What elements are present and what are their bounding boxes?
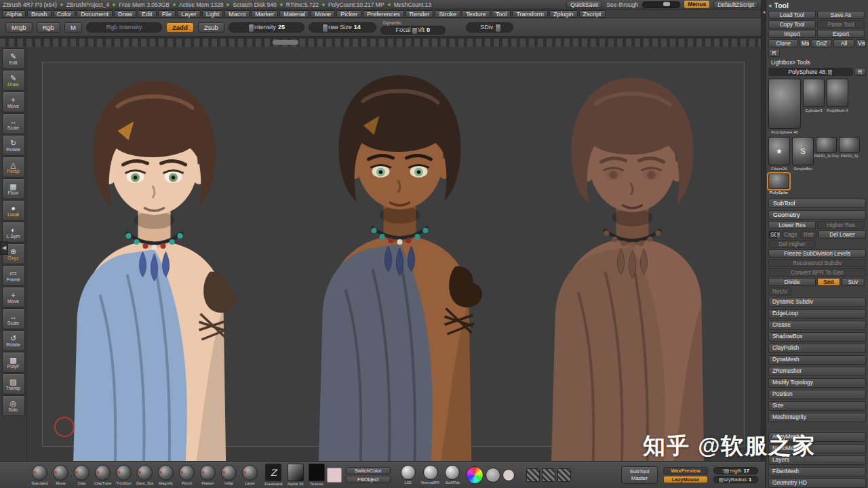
- brush-button[interactable]: Standard: [30, 464, 50, 487]
- tool-button[interactable]: Copy Tool: [768, 20, 816, 28]
- menu-item[interactable]: Render: [406, 10, 434, 18]
- geometry-button[interactable]: Del Lower: [818, 230, 866, 239]
- zadd-button[interactable]: Zadd: [166, 22, 194, 33]
- subsection-header[interactable]: EdgeLoop: [768, 309, 866, 319]
- material-selector[interactable]: SoftFlat: [445, 465, 460, 485]
- left-tool-button[interactable]: ▨ Transp: [2, 373, 25, 394]
- geometry-button[interactable]: Smt: [817, 278, 840, 286]
- left-tool-button[interactable]: ◐ L.Sym: [2, 222, 25, 243]
- geometry-button[interactable]: Rstr: [800, 230, 817, 239]
- menu-item[interactable]: Picker: [336, 10, 361, 18]
- menus-toggle[interactable]: Menus: [684, 1, 709, 8]
- slider-handle[interactable]: [322, 24, 328, 33]
- subsection-header[interactable]: ShadowBox: [768, 332, 866, 342]
- menu-item[interactable]: Marker: [251, 10, 278, 18]
- tool-button[interactable]: Export: [817, 30, 865, 38]
- menu-item[interactable]: File: [158, 10, 176, 18]
- tray-scroll-handle[interactable]: [273, 40, 298, 45]
- menu-item[interactable]: Tool: [492, 10, 511, 18]
- tool-button[interactable]: R: [854, 68, 866, 76]
- left-tool-button[interactable]: ▭ Frame: [2, 265, 25, 286]
- tool-thumbnail[interactable]: S SimpleBru: [792, 137, 814, 165]
- tool-button[interactable]: Load Tool: [768, 11, 816, 19]
- slider-handle[interactable]: [495, 24, 501, 33]
- subsection-header[interactable]: ClayPolish: [768, 344, 866, 353]
- see-through-slider[interactable]: [642, 1, 680, 8]
- left-tool-button[interactable]: ◎ Solo: [2, 395, 25, 416]
- brush-button[interactable]: Flatten: [198, 464, 218, 487]
- slider-handle[interactable]: [724, 468, 730, 474]
- left-tool-button[interactable]: + Move: [2, 92, 25, 113]
- left-tool-button[interactable]: ↻ Rotate: [2, 135, 25, 156]
- left-tool-button[interactable]: ✎ Draw: [2, 70, 25, 91]
- menu-item[interactable]: Layer: [177, 10, 201, 18]
- subsection-header[interactable]: DynaMesh: [768, 355, 866, 365]
- brush-button[interactable]: Layer: [240, 464, 260, 487]
- geometry-section-header[interactable]: Geometry: [768, 210, 866, 220]
- tool-button[interactable]: Import: [768, 30, 816, 38]
- geometry-button[interactable]: Suv: [842, 278, 865, 286]
- menu-item[interactable]: Zplugin: [549, 10, 578, 18]
- zsub-button[interactable]: Zsub: [198, 22, 224, 33]
- subtool-section-header[interactable]: SubTool: [768, 199, 866, 208]
- tool-button[interactable]: Paste Tool: [817, 20, 865, 28]
- tool-button[interactable]: Make PolyMesh3D: [800, 39, 810, 47]
- menu-item[interactable]: Light: [202, 10, 224, 18]
- tool-button[interactable]: GoZ: [811, 39, 832, 47]
- current-color-swatch[interactable]: [327, 468, 342, 483]
- wax-preview-button[interactable]: WaxPreview: [663, 467, 708, 474]
- menu-item[interactable]: Macro: [224, 10, 250, 18]
- menu-item[interactable]: Zscript: [579, 10, 606, 18]
- rgb-intensity-slider[interactable]: Rgb Intensity: [86, 22, 162, 33]
- subsection-header[interactable]: MeshIntegrity: [768, 413, 866, 422]
- left-tool-button[interactable]: ↔ Scale: [2, 308, 25, 329]
- sculpt-canvas[interactable]: [27, 47, 761, 461]
- left-tool-button[interactable]: △ Persp: [2, 157, 25, 178]
- slider-handle[interactable]: [776, 232, 781, 239]
- left-tool-button[interactable]: ▩ PolyF: [2, 352, 25, 373]
- brush-button[interactable]: ClayTube: [93, 464, 113, 487]
- tool-button[interactable]: Clone: [768, 39, 798, 47]
- geometry-button[interactable]: Del Higher: [768, 240, 816, 248]
- tool-button[interactable]: All: [833, 39, 854, 47]
- default-zscript-button[interactable]: DefaultZScript: [713, 1, 758, 8]
- brush-button[interactable]: Clay: [72, 464, 92, 487]
- tool-button[interactable]: Save As: [817, 11, 865, 19]
- geometry-button[interactable]: Freeze SubDivision Levels: [768, 249, 866, 258]
- tool-thumbnail[interactable]: Cylinder3: [803, 79, 825, 107]
- menu-item[interactable]: Alpha: [2, 10, 26, 18]
- geometry-button[interactable]: Divide: [768, 278, 816, 286]
- focal-shift-slider[interactable]: Focal Shift0: [380, 26, 446, 35]
- menu-item[interactable]: Document: [77, 10, 113, 18]
- subsection-header[interactable]: Position: [768, 390, 866, 399]
- geometry-button[interactable]: SDiv 5: [768, 230, 781, 239]
- menu-item[interactable]: Movie: [311, 10, 335, 18]
- strength-slider[interactable]: Strength17: [713, 467, 758, 474]
- menu-item[interactable]: Brush: [27, 10, 52, 18]
- tool-button[interactable]: R: [768, 49, 780, 57]
- geometry-button[interactable]: Cage: [782, 230, 799, 239]
- see-through-knob[interactable]: [663, 2, 670, 6]
- menu-item[interactable]: Stroke: [435, 10, 460, 18]
- slider-handle[interactable]: [248, 24, 254, 33]
- menu-item[interactable]: Color: [53, 10, 76, 18]
- slider-handle[interactable]: [412, 27, 418, 35]
- brush-button[interactable]: Dam_Sta: [135, 464, 155, 487]
- subsection-header[interactable]: Crease: [768, 321, 866, 330]
- subsection-header[interactable]: Dynamic Subdiv: [768, 298, 866, 307]
- tool-button[interactable]: Visible: [856, 39, 866, 47]
- menu-item[interactable]: Draw: [114, 10, 136, 18]
- tile-pattern-icon[interactable]: [526, 468, 540, 482]
- slider-handle[interactable]: [718, 477, 724, 483]
- draw-size-slider[interactable]: Draw Size14: [309, 22, 376, 33]
- tool-thumbnail[interactable]: PolyMesh 4: [827, 79, 848, 107]
- left-tool-button[interactable]: + Move: [2, 287, 25, 308]
- geometry-button[interactable]: ReUV: [768, 287, 791, 296]
- tile-pattern-icon[interactable]: [557, 468, 571, 482]
- gray-color-circle[interactable]: [486, 468, 500, 483]
- left-tray-collapse-arrow[interactable]: ◀: [0, 241, 8, 255]
- tool-button[interactable]: Lightbox> Tools: [768, 58, 866, 66]
- brush-button[interactable]: Inflat: [219, 464, 239, 487]
- tool-thumbnail[interactable]: PM3D_Si PolySphe: [816, 137, 837, 152]
- material-selector[interactable]: L02: [401, 465, 416, 485]
